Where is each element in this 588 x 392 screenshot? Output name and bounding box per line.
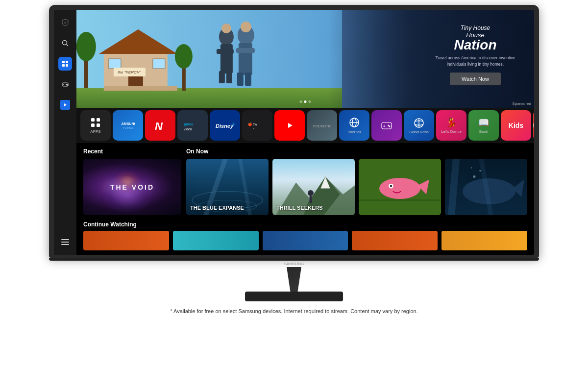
svg-rect-63 (382, 122, 392, 129)
on-now-card-thrill-seekers[interactable]: THRILL SEEKERS (272, 159, 355, 215)
main-content: the "PERCH" (76, 10, 534, 255)
continue-watching-label: Continue Watching (83, 221, 527, 228)
svg-rect-3 (62, 61, 65, 63)
void-title: THE VOID (110, 183, 154, 191)
screen: ⊹ (54, 10, 534, 255)
footer-disclaimer: * Available for free on select Samsung d… (170, 308, 417, 314)
shield-icon[interactable]: ⊹ (58, 16, 72, 29)
app-samsung-tv-icon[interactable]: SAMSUNG TV Plus (113, 110, 143, 141)
svg-text:TV Plus: TV Plus (122, 126, 133, 129)
continue-card-3[interactable] (263, 231, 348, 250)
on-now-cards: THE BLUE EXPANSE (186, 159, 527, 215)
monitor-bottom-bar (49, 258, 539, 261)
svg-rect-29 (104, 86, 177, 91)
continue-cards (83, 231, 527, 250)
hero-nation-label: Nation (426, 39, 524, 51)
app-grid-icon[interactable] (58, 57, 72, 71)
app-book-icon[interactable]: 📖 Book (468, 110, 499, 141)
svg-rect-17 (76, 88, 342, 108)
svg-point-11 (67, 85, 68, 86)
svg-point-19 (76, 32, 96, 61)
on-now-label: On Now (186, 148, 527, 155)
row-flex-recent-onnow: Recent THE VOID (83, 148, 527, 215)
app-games-icon[interactable] (371, 110, 402, 141)
svg-point-94 (471, 167, 472, 168)
search-icon[interactable] (58, 36, 72, 50)
app-youtube-icon[interactable] (274, 110, 305, 141)
hero-tiny-label: Tiny House (426, 24, 524, 31)
continue-card-5[interactable] (441, 231, 527, 250)
recent-label: Recent (83, 148, 181, 155)
on-now-card-ocean[interactable] (445, 159, 527, 215)
svg-text:🍎: 🍎 (248, 122, 252, 126)
continue-watching-section: Continue Watching (83, 221, 527, 250)
svg-rect-38 (237, 73, 244, 86)
watch-now-button[interactable]: Watch Now (450, 73, 501, 85)
svg-rect-37 (239, 43, 252, 75)
app-dance-icon[interactable]: 💃 Let's Dance (436, 110, 466, 141)
game-icon[interactable] (58, 77, 72, 91)
app-disney-icon[interactable]: Disney + (210, 110, 240, 141)
blue-expanse-label: THE BLUE EXPANSE (190, 205, 244, 211)
on-now-section: On Now (186, 148, 527, 215)
svg-rect-4 (66, 61, 68, 63)
monitor-shell: ⊹ (49, 5, 539, 301)
app-prime-icon[interactable]: prime video (177, 110, 208, 141)
svg-text:+: + (253, 127, 255, 130)
continue-card-1[interactable] (83, 231, 169, 250)
svg-rect-15 (61, 244, 69, 245)
app-globalnews-icon[interactable]: Global News (404, 110, 434, 141)
app-appletv-icon[interactable]: 🍎 TV + (242, 110, 272, 141)
svg-rect-23 (109, 59, 121, 69)
svg-rect-42 (91, 118, 95, 122)
svg-rect-40 (217, 49, 234, 54)
app-promotion-icon[interactable]: PROMOTION (307, 110, 337, 141)
svg-rect-33 (219, 71, 225, 83)
svg-rect-6 (66, 64, 68, 67)
svg-rect-34 (226, 71, 232, 83)
svg-text:the "PERCH": the "PERCH" (118, 70, 141, 74)
menu-icon[interactable] (58, 235, 72, 249)
svg-point-79 (308, 190, 314, 196)
app-netflix-icon[interactable]: N (145, 110, 175, 141)
media-icon[interactable] (58, 98, 72, 112)
svg-text:SAMSUNG: SAMSUNG (121, 122, 135, 125)
svg-rect-14 (61, 242, 69, 243)
svg-text:prime: prime (184, 122, 193, 126)
svg-rect-32 (220, 44, 233, 74)
svg-rect-44 (91, 123, 95, 127)
app-apps-icon[interactable]: APPS (80, 110, 111, 141)
svg-point-28 (175, 44, 193, 69)
on-now-card-blue-expanse[interactable]: THE BLUE EXPANSE (186, 159, 269, 215)
thrill-seekers-label: THRILL SEEKERS (276, 205, 323, 211)
continue-card-2[interactable] (173, 231, 259, 250)
app-internet-icon[interactable]: Internet (339, 110, 369, 141)
hero-dots (300, 100, 311, 103)
on-now-card-animal[interactable] (359, 159, 441, 215)
svg-text:+: + (231, 121, 235, 128)
recent-card[interactable]: THE VOID (83, 159, 181, 215)
svg-text:PROMOTION: PROMOTION (313, 124, 331, 128)
svg-point-31 (221, 24, 231, 33)
svg-rect-41 (236, 48, 255, 53)
svg-rect-13 (61, 239, 69, 240)
sponsored-label: Sponsored (512, 101, 531, 106)
svg-text:N: N (155, 120, 163, 132)
svg-line-2 (67, 45, 69, 47)
app-bar: APPS SAMSUNG TV Plus (76, 108, 534, 143)
recent-section: Recent THE VOID (83, 148, 181, 215)
svg-point-36 (241, 22, 251, 32)
recent-card-inner: THE VOID (83, 159, 181, 215)
svg-text:TV: TV (253, 123, 257, 126)
app-home-icon[interactable]: HOME (533, 110, 534, 141)
continue-card-4[interactable] (352, 231, 438, 250)
monitor-frame: ⊹ (49, 5, 539, 258)
page-wrapper: ⊹ (0, 0, 588, 314)
hero-banner: the "PERCH" (76, 10, 534, 108)
svg-rect-45 (97, 123, 100, 127)
svg-point-82 (379, 178, 420, 199)
monitor-neck (282, 267, 306, 292)
app-kids-icon[interactable]: Kids (501, 110, 531, 141)
svg-rect-24 (153, 59, 165, 69)
svg-point-66 (388, 125, 389, 126)
